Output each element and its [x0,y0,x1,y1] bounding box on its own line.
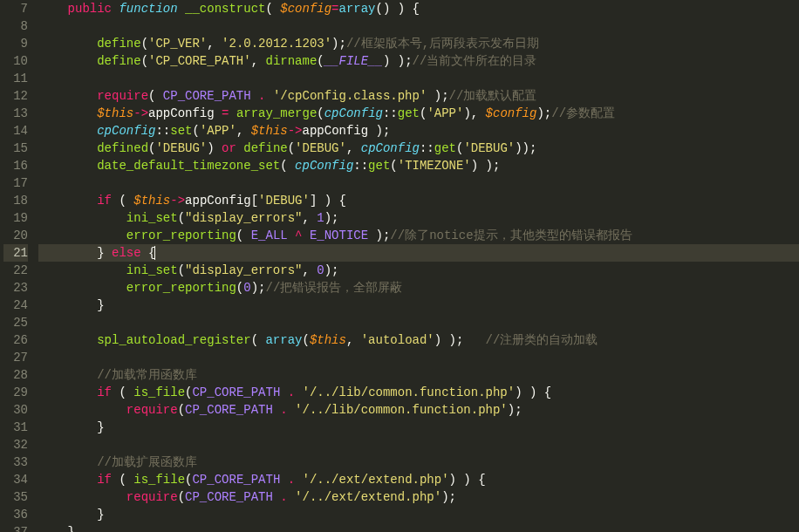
code-line[interactable]: } [38,506,799,523]
line-number: 22 [3,262,28,279]
line-number: 31 [3,419,28,436]
code-line[interactable] [38,17,799,35]
code-line[interactable] [38,436,799,454]
code-line-active[interactable]: } else { [38,244,799,262]
line-number: 7 [3,0,28,17]
line-number: 13 [3,105,28,122]
code-line[interactable] [38,349,799,366]
text-cursor [154,246,155,260]
line-number: 11 [3,70,28,87]
line-number: 30 [3,401,28,419]
code-line[interactable]: define('CP_CORE_PATH', dirname(__FILE__)… [38,52,799,70]
code-line[interactable]: spl_autoload_register( array($this, 'aut… [38,331,799,349]
code-line[interactable]: require(CP_CORE_PATH . '/../lib/common.f… [38,401,799,419]
line-number: 14 [3,122,28,140]
code-line[interactable]: ini_set("display_errors", 1); [38,209,799,227]
line-number: 9 [3,35,28,52]
code-line[interactable]: if ( is_file(CP_CORE_PATH . '/../lib/com… [38,384,799,401]
code-line[interactable]: if ( $this->appConfig['DEBUG'] ) { [38,192,799,209]
code-line[interactable]: error_reporting( E_ALL ^ E_NOTICE );//除了… [38,227,799,244]
line-number: 25 [3,314,28,331]
code-line[interactable]: if ( is_file(CP_CORE_PATH . '/../ext/ext… [38,471,799,488]
line-number: 37 [3,523,28,532]
code-line[interactable]: require( CP_CORE_PATH . '/cpConfig.class… [38,87,799,105]
code-line[interactable] [38,314,799,331]
code-line[interactable]: //加载扩展函数库 [38,454,799,471]
code-line[interactable]: public function __construct( $config=arr… [38,0,799,17]
code-line[interactable] [38,70,799,87]
code-line[interactable]: require(CP_CORE_PATH . '/../ext/extend.p… [38,488,799,506]
line-number: 29 [3,384,28,401]
line-number: 34 [3,471,28,488]
code-line[interactable]: cpConfig::set('APP', $this->appConfig ); [38,122,799,140]
code-line[interactable]: } [38,523,799,532]
line-number: 20 [3,227,28,244]
line-number: 15 [3,140,28,157]
code-line[interactable]: //加载常用函数库 [38,366,799,384]
line-number: 16 [3,157,28,174]
line-number: 28 [3,366,28,384]
line-number: 8 [3,17,28,35]
line-number: 32 [3,436,28,454]
code-line[interactable]: defined('DEBUG') or define('DEBUG', cpCo… [38,140,799,157]
line-number: 27 [3,349,28,366]
line-number: 17 [3,174,28,192]
line-number: 35 [3,488,28,506]
code-line[interactable]: error_reporting(0);//把错误报告，全部屏蔽 [38,279,799,297]
code-line[interactable]: } [38,419,799,436]
line-number: 12 [3,87,28,105]
line-number: 36 [3,506,28,523]
line-number: 23 [3,279,28,297]
line-number-active: 21 [3,244,28,262]
code-line[interactable]: ini_set("display_errors", 0); [38,262,799,279]
code-editor[interactable]: public function __construct( $config=arr… [35,0,799,532]
code-line[interactable]: date_default_timezone_set( cpConfig::get… [38,157,799,174]
line-number: 26 [3,331,28,349]
code-line[interactable]: define('CP_VER', '2.0.2012.1203');//框架版本… [38,35,799,52]
code-line[interactable]: $this->appConfig = array_merge(cpConfig:… [38,105,799,122]
line-number: 18 [3,192,28,209]
line-number: 24 [3,297,28,314]
line-number: 33 [3,454,28,471]
line-number: 10 [3,52,28,70]
code-line[interactable] [38,174,799,192]
line-number: 19 [3,209,28,227]
code-line[interactable]: } [38,297,799,314]
line-number-gutter: 7 8 9 10 11 12 13 14 15 16 17 18 19 20 2… [0,0,35,532]
